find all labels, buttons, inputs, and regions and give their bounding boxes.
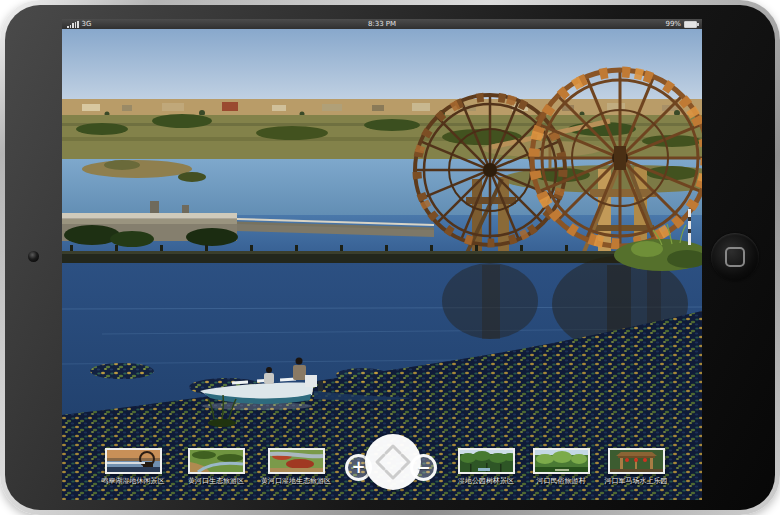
thumbnail-2[interactable]	[188, 448, 245, 474]
thumbnail-6[interactable]	[608, 448, 665, 474]
panorama-photo[interactable]: 鸣翠湖湿地休闲景区 黄河口生态旅游区 黄河口湿地生态旅游区 湿地公园树林景区 河…	[62, 29, 702, 500]
home-button[interactable]	[711, 233, 759, 281]
mooring-pole	[688, 209, 691, 245]
thumbnail-5[interactable]	[533, 448, 590, 474]
front-camera-icon	[28, 251, 39, 262]
thumbnail-4[interactable]	[458, 448, 515, 474]
thumbnail-3[interactable]	[268, 448, 325, 474]
status-bar: 3G 8:33 PM 99%	[62, 19, 702, 29]
battery-icon	[684, 21, 697, 28]
tablet-device: 3G 8:33 PM 99%	[0, 0, 780, 515]
waterwheel-scene	[62, 29, 702, 500]
home-button-square-icon	[725, 247, 745, 267]
thumbnail-1[interactable]	[105, 448, 162, 474]
distant-village	[62, 99, 702, 117]
zoom-out-button[interactable]: −	[410, 454, 437, 481]
clock-label: 8:33 PM	[62, 19, 702, 29]
screen: 3G 8:33 PM 99%	[62, 19, 702, 500]
